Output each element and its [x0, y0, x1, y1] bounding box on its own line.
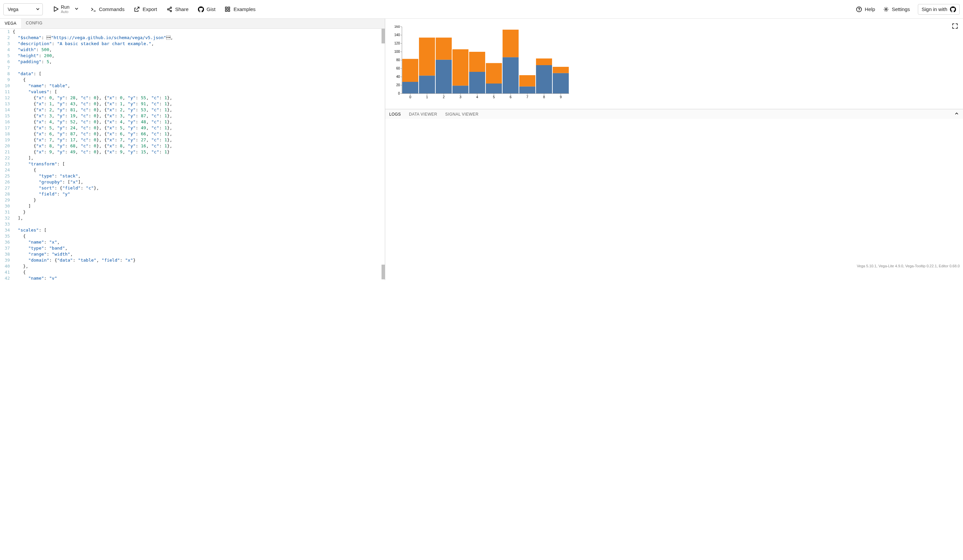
gist-label: Gist: [207, 6, 216, 12]
run-button[interactable]: Run Auto: [52, 3, 81, 15]
svg-rect-38: [469, 52, 485, 72]
svg-text:80: 80: [396, 58, 400, 62]
svg-rect-36: [452, 49, 469, 86]
svg-rect-3: [225, 7, 227, 9]
run-sublabel: Auto: [61, 10, 70, 14]
svg-rect-5: [225, 10, 227, 11]
svg-rect-46: [536, 58, 552, 65]
help-button[interactable]: Help: [856, 6, 875, 12]
signin-label: Sign in with: [922, 6, 947, 12]
export-icon: [134, 6, 140, 12]
chart-card: 0204060801001201401600123456789: [389, 22, 960, 105]
settings-button[interactable]: Settings: [883, 6, 910, 12]
toolbar: Vega Run Auto Commands: [0, 0, 963, 19]
examples-button[interactable]: Examples: [225, 6, 255, 12]
export-label: Export: [143, 6, 157, 12]
svg-rect-34: [436, 38, 452, 60]
svg-text:1: 1: [426, 95, 428, 99]
svg-text:140: 140: [394, 33, 400, 37]
code-content[interactable]: { "$schema": "https://vega.github.io/sc…: [13, 29, 180, 280]
help-label: Help: [865, 6, 875, 12]
share-label: Share: [175, 6, 189, 12]
svg-rect-32: [419, 38, 435, 76]
svg-rect-47: [553, 73, 569, 94]
svg-text:2: 2: [443, 95, 445, 99]
share-icon: [167, 6, 173, 12]
svg-text:4: 4: [476, 95, 478, 99]
export-button[interactable]: Export: [134, 6, 157, 12]
svg-text:120: 120: [394, 41, 400, 45]
version-string: Vega 5.10.1, Vega-Lite 4.9.0, Vega-Toolt…: [857, 264, 960, 268]
svg-rect-40: [486, 63, 502, 84]
stacked-bar-chart: 0204060801001201401600123456789: [392, 25, 571, 100]
github-icon: [950, 6, 956, 12]
svg-text:9: 9: [560, 95, 562, 99]
svg-rect-42: [503, 30, 519, 57]
svg-rect-4: [228, 7, 230, 9]
svg-rect-37: [469, 72, 485, 94]
expand-panel-button[interactable]: [954, 111, 959, 117]
tab-data-viewer[interactable]: DATA VIEWER: [409, 112, 437, 117]
svg-point-0: [167, 8, 169, 10]
svg-rect-44: [519, 75, 535, 87]
svg-text:7: 7: [526, 95, 528, 99]
preview-pane: 0204060801001201401600123456789 Vega 5.1…: [385, 19, 963, 280]
commands-button[interactable]: Commands: [90, 6, 125, 12]
svg-rect-48: [553, 67, 569, 73]
svg-point-2: [170, 10, 172, 11]
prompt-icon: [90, 6, 96, 12]
svg-text:20: 20: [396, 83, 400, 87]
chevron-down-icon: [36, 6, 40, 12]
examples-label: Examples: [233, 6, 255, 12]
svg-text:100: 100: [394, 50, 400, 53]
editor-pane: VEGA CONFIG 1234567891011121314151617181…: [0, 19, 385, 280]
settings-label: Settings: [892, 6, 910, 12]
svg-text:0: 0: [409, 95, 411, 99]
scrollbar-thumb[interactable]: [381, 29, 385, 44]
mode-select-label: Vega: [8, 6, 18, 12]
svg-rect-31: [419, 76, 435, 94]
svg-rect-33: [436, 60, 452, 94]
gist-button[interactable]: Gist: [198, 6, 216, 12]
mode-select[interactable]: Vega: [3, 3, 43, 15]
tab-signal-viewer[interactable]: SIGNAL VIEWER: [446, 112, 478, 117]
gear-icon: [883, 6, 889, 12]
tab-logs[interactable]: LOGS: [389, 112, 401, 117]
svg-rect-41: [503, 57, 519, 94]
svg-text:60: 60: [396, 66, 400, 70]
svg-text:160: 160: [394, 25, 400, 28]
svg-rect-43: [519, 87, 535, 94]
svg-rect-45: [536, 65, 552, 94]
line-gutter: 1234567891011121314151617181920212223242…: [0, 29, 13, 280]
grid-icon: [225, 6, 231, 12]
svg-rect-30: [402, 59, 418, 82]
bottom-panel-tabs: LOGS DATA VIEWER SIGNAL VIEWER: [385, 109, 963, 119]
svg-text:5: 5: [493, 95, 495, 99]
main-split: VEGA CONFIG 1234567891011121314151617181…: [0, 19, 963, 280]
svg-point-1: [170, 6, 172, 8]
github-icon: [198, 6, 204, 12]
play-icon: [53, 6, 59, 12]
svg-text:8: 8: [543, 95, 545, 99]
svg-point-9: [885, 8, 887, 10]
code-editor[interactable]: 1234567891011121314151617181920212223242…: [0, 29, 385, 280]
svg-text:40: 40: [396, 75, 400, 79]
signin-button[interactable]: Sign in with: [918, 4, 960, 15]
svg-text:0: 0: [398, 92, 400, 95]
commands-label: Commands: [99, 6, 125, 12]
run-menu-chevron[interactable]: [73, 5, 80, 13]
tab-vega[interactable]: VEGA: [0, 19, 21, 28]
svg-rect-29: [402, 82, 418, 94]
share-button[interactable]: Share: [167, 6, 189, 12]
help-icon: [856, 6, 862, 12]
svg-text:3: 3: [459, 95, 462, 99]
tab-config[interactable]: CONFIG: [21, 19, 47, 28]
svg-rect-35: [452, 86, 469, 94]
svg-rect-6: [228, 10, 230, 11]
scrollbar-thumb[interactable]: [381, 265, 385, 279]
editor-tabs: VEGA CONFIG: [0, 19, 385, 29]
run-label: Run: [61, 5, 70, 10]
svg-point-8: [859, 10, 859, 11]
svg-text:6: 6: [510, 95, 512, 99]
svg-rect-39: [486, 84, 502, 94]
